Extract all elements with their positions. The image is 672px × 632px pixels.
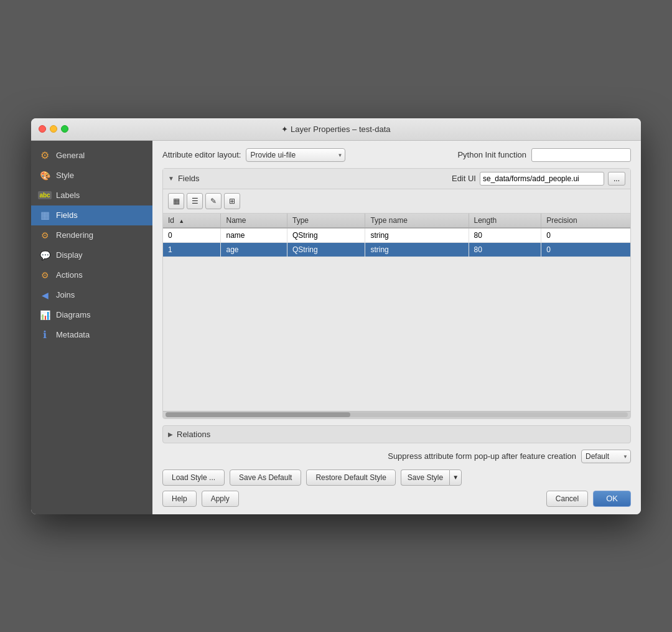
restore-default-button[interactable]: Restore Default Style bbox=[306, 469, 395, 486]
sidebar-item-label: Diagrams bbox=[56, 310, 91, 319]
fields-table-container[interactable]: Id ▲ Name Type Type name Length Precisio… bbox=[163, 214, 630, 411]
sidebar-item-display[interactable]: Display bbox=[31, 245, 152, 265]
edit-ui-input[interactable] bbox=[480, 172, 604, 186]
cell-type_name: string bbox=[365, 228, 469, 243]
action-buttons-row: Help Apply Cancel OK bbox=[162, 491, 631, 507]
python-init-input[interactable] bbox=[531, 148, 631, 162]
suppress-row: Suppress attribute form pop-up after fea… bbox=[162, 450, 631, 463]
col-header-precision[interactable]: Precision bbox=[541, 214, 630, 228]
save-style-dropdown-button[interactable]: ▼ bbox=[449, 469, 462, 486]
save-style-button[interactable]: Save Style bbox=[401, 469, 449, 486]
cell-type_name: string bbox=[365, 242, 469, 257]
diagrams-icon bbox=[39, 309, 51, 321]
edit-ui-browse-button[interactable]: ... bbox=[608, 172, 625, 186]
sidebar-item-label: General bbox=[56, 151, 85, 160]
attribute-editor-label: Attribute editor layout: bbox=[162, 150, 241, 159]
display-icon bbox=[39, 249, 51, 262]
table-header-row: Id ▲ Name Type Type name Length Precisio… bbox=[163, 214, 630, 228]
save-as-default-button[interactable]: Save As Default bbox=[230, 469, 301, 486]
main-content: Attribute editor layout: Provide ui-file… bbox=[152, 141, 641, 514]
table-scrollbar[interactable] bbox=[163, 411, 630, 418]
col-header-length[interactable]: Length bbox=[469, 214, 541, 228]
sidebar-item-diagrams[interactable]: Diagrams bbox=[31, 305, 152, 325]
cell-type: QString bbox=[287, 242, 365, 257]
ok-button[interactable]: OK bbox=[593, 491, 631, 507]
general-icon bbox=[39, 149, 51, 162]
sidebar-item-label: Rendering bbox=[56, 230, 93, 240]
sidebar-item-general[interactable]: General bbox=[31, 146, 152, 166]
attribute-editor-bar: Attribute editor layout: Provide ui-file… bbox=[162, 148, 631, 162]
help-button[interactable]: Help bbox=[162, 491, 197, 507]
fields-table: Id ▲ Name Type Type name Length Precisio… bbox=[163, 214, 630, 257]
cell-precision: 0 bbox=[541, 228, 630, 243]
maximize-button[interactable] bbox=[61, 125, 68, 133]
sidebar-item-joins[interactable]: Joins bbox=[31, 285, 152, 305]
sidebar-item-labels[interactable]: Labels bbox=[31, 186, 152, 205]
cell-length: 80 bbox=[469, 228, 541, 243]
col-header-name[interactable]: Name bbox=[221, 214, 287, 228]
style-icon bbox=[39, 169, 51, 182]
table-row[interactable]: 0nameQStringstring800 bbox=[163, 228, 630, 243]
sidebar-item-label: Actions bbox=[56, 270, 83, 280]
apply-button[interactable]: Apply bbox=[202, 491, 239, 507]
relations-section[interactable]: ▶ Relations bbox=[162, 425, 631, 443]
close-button[interactable] bbox=[39, 125, 46, 133]
fields-section-header-label: Fields bbox=[178, 174, 448, 183]
grid-view-button[interactable]: ▦ bbox=[168, 193, 184, 209]
actions-icon bbox=[39, 269, 51, 281]
col-header-type-name[interactable]: Type name bbox=[365, 214, 469, 228]
edit-button[interactable]: ✎ bbox=[205, 193, 222, 209]
python-init-label: Python Init function bbox=[457, 150, 526, 159]
cell-precision: 0 bbox=[541, 242, 630, 257]
load-style-button[interactable]: Load Style ... bbox=[162, 469, 225, 486]
sidebar-item-label: Style bbox=[56, 171, 74, 180]
sidebar-item-actions[interactable]: Actions bbox=[31, 265, 152, 285]
col-header-id[interactable]: Id ▲ bbox=[163, 214, 221, 228]
attribute-editor-select-wrapper: Provide ui-fileAutogenerateDrag and Drop… bbox=[246, 148, 345, 162]
cell-type: QString bbox=[287, 228, 365, 243]
sidebar-item-label: Metadata bbox=[56, 330, 90, 339]
layer-properties-window: ✦ Layer Properties – test-data General S… bbox=[31, 118, 641, 514]
sidebar: General Style Labels Fields Rendering Di… bbox=[31, 141, 152, 514]
window-body: General Style Labels Fields Rendering Di… bbox=[31, 141, 641, 514]
action-right-buttons: Cancel OK bbox=[546, 491, 631, 507]
cancel-button[interactable]: Cancel bbox=[546, 491, 588, 507]
sidebar-item-label: Fields bbox=[56, 210, 78, 220]
scrollbar-thumb bbox=[166, 412, 350, 417]
relations-label: Relations bbox=[177, 430, 210, 439]
fields-toolbar: ▦ ☰ ✎ ⊞ bbox=[163, 189, 630, 214]
cell-length: 80 bbox=[469, 242, 541, 257]
sidebar-item-style[interactable]: Style bbox=[31, 166, 152, 186]
col-header-type[interactable]: Type bbox=[287, 214, 365, 228]
style-buttons-row: Load Style ... Save As Default Restore D… bbox=[162, 469, 631, 486]
fields-section: ▼ Fields Edit UI ... ▦ ☰ ✎ ⊞ bbox=[162, 168, 631, 419]
minimize-button[interactable] bbox=[50, 125, 57, 133]
scrollbar-track bbox=[166, 412, 628, 417]
sidebar-item-fields[interactable]: Fields bbox=[31, 205, 152, 225]
save-style-group: Save Style ▼ bbox=[401, 469, 462, 486]
sidebar-item-label: Display bbox=[56, 250, 83, 260]
cell-name: name bbox=[221, 228, 287, 243]
list-view-button[interactable]: ☰ bbox=[187, 193, 203, 209]
rendering-icon bbox=[39, 229, 51, 242]
suppress-label: Suppress attribute form pop-up after fea… bbox=[388, 451, 576, 461]
relations-toggle[interactable]: ▶ bbox=[168, 431, 173, 438]
sidebar-item-label: Joins bbox=[56, 290, 75, 299]
cell-id: 0 bbox=[163, 228, 221, 243]
cell-id: 1 bbox=[163, 242, 221, 257]
sidebar-item-metadata[interactable]: Metadata bbox=[31, 325, 152, 345]
titlebar: ✦ Layer Properties – test-data bbox=[31, 118, 641, 141]
joins-icon bbox=[39, 289, 51, 301]
table-row[interactable]: 1ageQStringstring800 bbox=[163, 242, 630, 257]
window-title: ✦ Layer Properties – test-data bbox=[281, 125, 390, 134]
fields-section-toggle[interactable]: ▼ bbox=[168, 175, 174, 182]
suppress-select-wrapper: Default Hide Show bbox=[581, 450, 631, 463]
suppress-select[interactable]: Default Hide Show bbox=[581, 450, 631, 463]
traffic-lights bbox=[39, 125, 68, 133]
sidebar-item-rendering[interactable]: Rendering bbox=[31, 225, 152, 245]
fields-icon bbox=[39, 209, 51, 222]
labels-icon bbox=[39, 189, 51, 202]
attribute-editor-select[interactable]: Provide ui-fileAutogenerateDrag and Drop… bbox=[246, 148, 345, 162]
config-button[interactable]: ⊞ bbox=[224, 193, 240, 209]
edit-ui-label: Edit UI bbox=[452, 174, 476, 183]
